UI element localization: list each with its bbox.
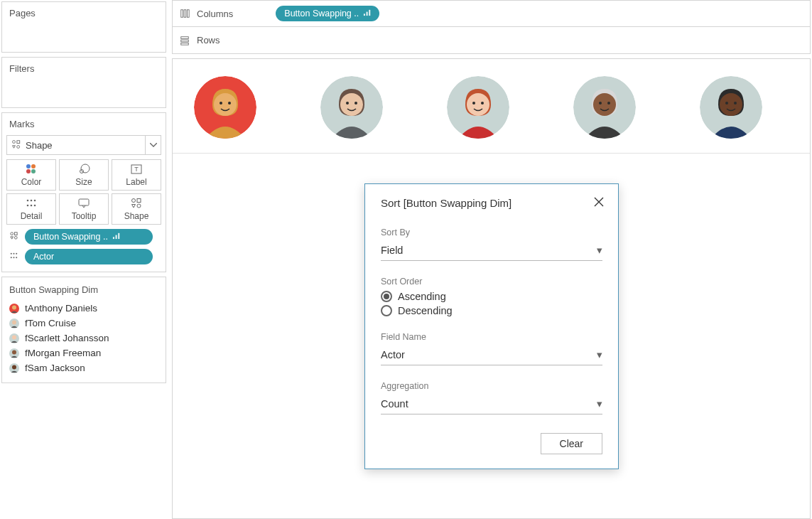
viz-canvas[interactable]: Sort [Button Swapping Dim] Sort By Field… bbox=[172, 58, 811, 519]
sort-order-descending[interactable]: Descending bbox=[381, 305, 602, 316]
svg-rect-24 bbox=[14, 232, 17, 235]
clear-button[interactable]: Clear bbox=[541, 433, 602, 454]
svg-text:T: T bbox=[134, 166, 139, 173]
legend-item[interactable]: fScarlett Johansson bbox=[9, 331, 158, 346]
svg-point-61 bbox=[346, 102, 349, 105]
sort-icon bbox=[363, 7, 371, 20]
svg-rect-27 bbox=[113, 237, 114, 239]
svg-rect-29 bbox=[118, 233, 119, 239]
marks-detail-button[interactable]: Detail bbox=[6, 193, 56, 225]
sort-icon bbox=[112, 230, 120, 243]
close-button[interactable] bbox=[591, 194, 607, 210]
svg-point-56 bbox=[214, 93, 237, 116]
svg-marker-21 bbox=[132, 205, 136, 208]
svg-rect-1 bbox=[17, 140, 20, 143]
svg-point-43 bbox=[12, 350, 16, 354]
marks-size-button[interactable]: Size bbox=[59, 159, 109, 191]
svg-point-22 bbox=[137, 204, 141, 208]
marks-color-label: Color bbox=[21, 177, 42, 187]
pill-label: Button Swapping .. bbox=[284, 7, 359, 20]
marks-pill-row[interactable]: Actor bbox=[6, 249, 161, 264]
rows-shelf[interactable]: Rows bbox=[172, 27, 811, 54]
svg-point-41 bbox=[12, 335, 16, 339]
marks-pill[interactable]: Button Swapping .. bbox=[25, 229, 153, 245]
marks-shape-label: Shape bbox=[124, 211, 149, 221]
sort-order-asc-label: Ascending bbox=[398, 291, 446, 302]
svg-point-13 bbox=[31, 200, 33, 202]
svg-point-60 bbox=[340, 93, 363, 116]
radio-icon bbox=[381, 291, 392, 302]
svg-point-35 bbox=[16, 257, 17, 258]
marks-shape-button[interactable]: Shape bbox=[112, 193, 161, 225]
svg-point-37 bbox=[12, 305, 16, 309]
svg-rect-48 bbox=[188, 10, 190, 18]
svg-point-57 bbox=[220, 102, 222, 105]
legend-item[interactable]: fMorgan Freeman bbox=[9, 346, 158, 360]
svg-point-39 bbox=[12, 320, 16, 324]
header-avatar[interactable] bbox=[573, 76, 636, 139]
marks-color-button[interactable]: Color bbox=[6, 159, 56, 191]
chevron-down-icon: ▾ bbox=[597, 349, 602, 360]
columns-pill-button-swapping[interactable]: Button Swapping .. bbox=[276, 6, 379, 21]
columns-shelf-label: Columns bbox=[197, 9, 233, 19]
svg-point-16 bbox=[31, 205, 33, 207]
legend-item-label: fTom Cruise bbox=[25, 316, 76, 331]
dimension-legend: Button Swapping Dim tAnthony DanielsfTom… bbox=[1, 277, 166, 383]
svg-rect-51 bbox=[369, 10, 370, 16]
svg-rect-46 bbox=[181, 10, 183, 18]
svg-point-33 bbox=[10, 257, 11, 258]
field-name-select[interactable]: Actor ▾ bbox=[381, 346, 602, 365]
marks-tooltip-button[interactable]: Tooltip bbox=[59, 193, 109, 225]
aggregation-label: Aggregation bbox=[381, 381, 602, 391]
avatar-icon bbox=[9, 363, 19, 373]
avatar-icon bbox=[9, 333, 19, 343]
legend-item-label: fMorgan Freeman bbox=[25, 346, 101, 360]
marks-pill-row[interactable]: Button Swapping .. bbox=[6, 229, 161, 245]
svg-point-73 bbox=[725, 102, 728, 105]
svg-rect-53 bbox=[181, 40, 189, 42]
columns-icon bbox=[178, 7, 191, 20]
svg-point-14 bbox=[34, 200, 36, 202]
marks-label-button[interactable]: T Label bbox=[112, 159, 161, 191]
svg-rect-28 bbox=[116, 235, 117, 240]
marks-type-select[interactable]: Shape bbox=[6, 135, 161, 155]
marks-pill[interactable]: Actor bbox=[25, 249, 153, 264]
aggregation-select[interactable]: Count ▾ bbox=[381, 395, 602, 414]
sort-order-ascending[interactable]: Ascending bbox=[381, 291, 602, 302]
svg-point-26 bbox=[14, 236, 17, 239]
label-icon: T bbox=[130, 163, 143, 176]
header-avatar[interactable] bbox=[700, 76, 762, 139]
svg-rect-20 bbox=[137, 199, 141, 203]
rows-shelf-label: Rows bbox=[197, 35, 220, 46]
header-avatar[interactable] bbox=[447, 76, 509, 139]
tooltip-icon bbox=[77, 197, 90, 210]
sort-by-label: Sort By bbox=[381, 228, 602, 237]
legend-item-label: fSam Jackson bbox=[25, 360, 85, 375]
svg-point-15 bbox=[27, 205, 29, 207]
legend-item[interactable]: tAnthony Daniels bbox=[9, 301, 158, 316]
svg-point-3 bbox=[17, 145, 20, 148]
filters-panel-title: Filters bbox=[2, 58, 166, 80]
svg-point-17 bbox=[34, 205, 36, 207]
chevron-down-icon: ▾ bbox=[597, 398, 602, 410]
svg-point-64 bbox=[467, 93, 489, 116]
svg-point-8 bbox=[81, 164, 90, 173]
chevron-down-icon bbox=[145, 136, 161, 154]
columns-shelf[interactable]: Columns Button Swapping .. bbox=[172, 0, 811, 27]
sort-by-select[interactable]: Field ▾ bbox=[381, 242, 602, 261]
svg-point-45 bbox=[12, 365, 16, 369]
sort-dialog: Sort [Button Swapping Dim] Sort By Field… bbox=[364, 183, 619, 469]
marks-label-label: Label bbox=[126, 177, 146, 187]
legend-item[interactable]: fSam Jackson bbox=[9, 360, 158, 375]
header-avatar[interactable] bbox=[194, 76, 256, 139]
header-avatar[interactable] bbox=[320, 76, 383, 139]
svg-rect-50 bbox=[367, 12, 368, 16]
svg-marker-2 bbox=[13, 145, 16, 148]
svg-point-62 bbox=[354, 102, 357, 105]
sort-order-label: Sort Order bbox=[381, 277, 602, 287]
svg-point-12 bbox=[27, 200, 29, 202]
svg-point-65 bbox=[472, 102, 475, 105]
legend-item[interactable]: fTom Cruise bbox=[9, 316, 158, 331]
avatar-icon bbox=[9, 319, 19, 328]
field-name-value: Actor bbox=[381, 349, 405, 360]
